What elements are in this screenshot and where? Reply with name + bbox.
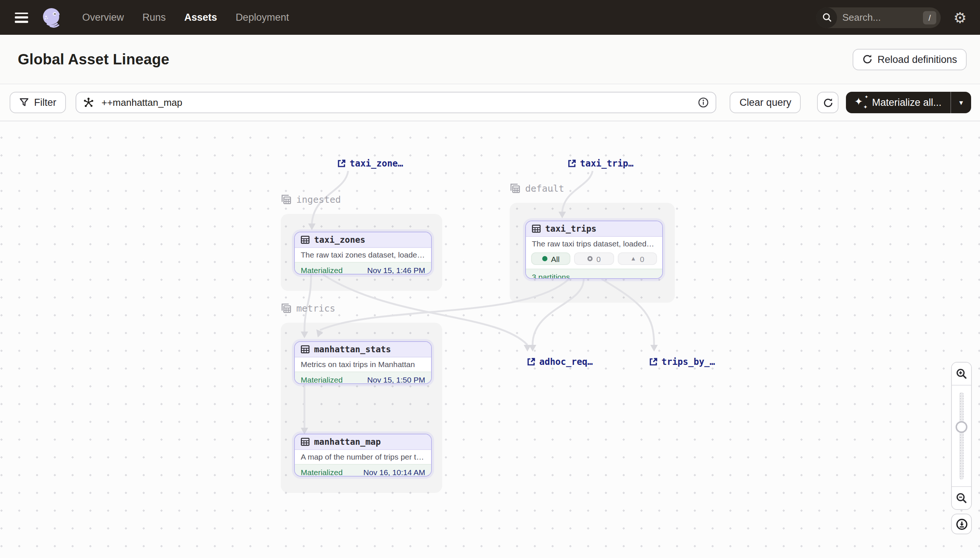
group-label-metrics[interactable]: metrics [281, 303, 335, 314]
asset-node-manhattan-stats[interactable]: manhattan_stats Metrics on taxi trips in… [294, 341, 432, 384]
triangle-icon: ▲ [630, 256, 636, 262]
lineage-toolbar: Filter Clear query [0, 84, 980, 121]
hollow-circle-icon [587, 256, 593, 261]
external-link-icon [337, 159, 346, 168]
nav-item-runs[interactable]: Runs [143, 12, 166, 23]
partition-pill-all[interactable]: All [531, 252, 571, 265]
refresh-button[interactable] [817, 92, 838, 113]
nav-item-overview[interactable]: Overview [82, 12, 124, 23]
query-info-icon[interactable] [698, 97, 709, 108]
menu-icon[interactable] [15, 12, 28, 23]
status-badge: Materialized [301, 265, 343, 274]
zoom-out-icon [955, 492, 967, 504]
reload-definitions-button[interactable]: Reload definitions [852, 48, 967, 70]
graph-query-icon [83, 97, 94, 108]
asset-node-taxi-trips[interactable]: taxi_trips The raw taxi trips dataset, l… [525, 220, 663, 279]
materialization-timestamp: Nov 16, 10:14 AM [363, 467, 425, 476]
zoom-slider-handle[interactable] [955, 421, 967, 433]
page-title: Global Asset Lineage [18, 51, 169, 68]
asset-description: Metrics on taxi trips in Manhattan [295, 358, 431, 371]
group-label-default[interactable]: default [510, 183, 564, 194]
external-link-icon [567, 159, 576, 168]
reload-icon [862, 54, 872, 64]
top-nav: Overview Runs Assets Deployment / ⚙ [0, 0, 980, 35]
search-box[interactable]: / [816, 7, 941, 28]
filter-funnel-icon [19, 98, 29, 107]
search-input[interactable] [837, 12, 923, 23]
search-icon [816, 7, 837, 28]
table-icon [301, 345, 310, 354]
clear-query-button[interactable]: Clear query [730, 92, 801, 113]
download-view-button[interactable] [951, 514, 972, 534]
partition-pill-missing[interactable]: 0 [575, 252, 614, 265]
asset-query-input[interactable] [100, 96, 692, 109]
lineage-edges [0, 121, 980, 557]
asset-description: A map of the number of trips per taxi zo… [295, 450, 431, 464]
refresh-icon [823, 97, 833, 108]
filter-button[interactable]: Filter [10, 92, 66, 113]
group-icon [281, 303, 292, 314]
search-shortcut-badge: / [923, 11, 936, 24]
zoom-panel [951, 362, 972, 510]
materialize-dropdown-caret[interactable]: ▾ [951, 92, 971, 113]
zoom-slider-track [959, 392, 964, 479]
app-root: Overview Runs Assets Deployment / ⚙ Glob… [0, 0, 980, 558]
external-link-icon [527, 358, 535, 366]
materialize-all-button[interactable]: ✦ ✦ ✦ Materialize all... ▾ [846, 92, 971, 113]
download-icon [955, 518, 968, 530]
external-asset-link-trips-by[interactable]: trips_by_… [649, 357, 715, 367]
status-badge: Materialized [301, 467, 343, 476]
status-badge: Materialized [301, 375, 343, 384]
zoom-out-button[interactable] [952, 487, 971, 509]
settings-gear-icon[interactable]: ⚙ [953, 10, 967, 25]
asset-description: The raw taxi trips dataset, loaded into … [526, 237, 662, 251]
external-asset-link-taxi-zone[interactable]: taxi_zone… [337, 158, 404, 169]
nav-item-assets[interactable]: Assets [184, 12, 217, 23]
group-icon [510, 183, 521, 194]
external-asset-link-adhoc-req[interactable]: adhoc_req… [527, 357, 593, 367]
asset-node-manhattan-map[interactable]: manhattan_map A map of the number of tri… [294, 434, 432, 477]
zoom-in-icon [955, 368, 967, 380]
asset-description: The raw taxi zones dataset, loaded into … [295, 248, 431, 262]
page-header: Global Asset Lineage Reload definitions [0, 35, 980, 84]
materialization-timestamp: Nov 15, 1:50 PM [367, 375, 425, 384]
green-dot-icon [542, 256, 547, 261]
table-icon [301, 437, 310, 446]
group-icon [281, 194, 292, 205]
table-icon [532, 224, 541, 233]
lineage-canvas[interactable]: ingested default metrics taxi_zone… taxi… [0, 121, 980, 557]
materialization-timestamp: Nov 15, 1:46 PM [367, 265, 425, 274]
asset-node-taxi-zones[interactable]: taxi_zones The raw taxi zones dataset, l… [294, 231, 432, 274]
sparkle-icon: ✦ ✦ ✦ [855, 97, 866, 108]
nav-menu: Overview Runs Assets Deployment [82, 12, 289, 23]
external-asset-link-taxi-trip[interactable]: taxi_trip… [567, 158, 634, 169]
dagster-logo[interactable] [41, 6, 63, 28]
zoom-slider[interactable] [952, 385, 971, 487]
nav-item-deployment[interactable]: Deployment [236, 12, 289, 23]
partitions-count: 3 partitions [532, 272, 570, 279]
group-label-ingested[interactable]: ingested [281, 194, 341, 205]
partition-pill-failed[interactable]: ▲ 0 [618, 252, 657, 265]
external-link-icon [649, 358, 658, 366]
table-icon [301, 235, 310, 244]
asset-query-input-wrapper[interactable] [76, 92, 716, 113]
zoom-in-button[interactable] [952, 363, 971, 385]
